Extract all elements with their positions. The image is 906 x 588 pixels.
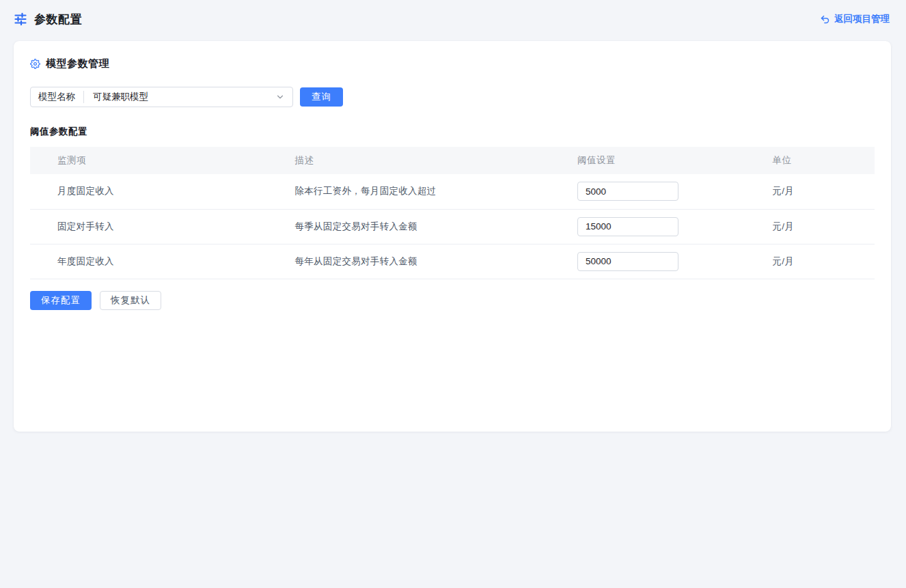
top-header-bar: 参数配置 返回项目管理 (0, 0, 906, 38)
column-header-unit: 单位 (766, 147, 875, 174)
table-row: 年度固定收入 每年从固定交易对手转入金额 元/月 (30, 244, 875, 279)
description-cell: 每年从固定交易对手转入金额 (289, 244, 571, 279)
threshold-cell (571, 244, 766, 279)
action-buttons-row: 保存配置 恢复默认 (30, 291, 875, 310)
description-cell: 除本行工资外，每月固定收入超过 (289, 174, 571, 209)
threshold-input[interactable] (577, 252, 678, 271)
description-cell: 每季从固定交易对手转入金额 (289, 209, 571, 244)
model-parameter-card: 模型参数管理 模型名称 可疑兼职模型 查询 阈值参数配置 监测项 描述 阈值设置… (14, 41, 891, 432)
monitor-item-cell: 固定对手转入 (30, 209, 289, 244)
unit-cell: 元/月 (766, 209, 875, 244)
column-header-threshold: 阈值设置 (571, 147, 766, 174)
chevron-down-icon (275, 92, 292, 102)
select-label: 模型名称 (31, 91, 83, 103)
query-button[interactable]: 查询 (300, 87, 343, 107)
sliders-icon (14, 12, 27, 26)
page-title-group: 参数配置 (14, 12, 82, 27)
save-config-button[interactable]: 保存配置 (30, 291, 92, 310)
column-header-item: 监测项 (30, 147, 289, 174)
table-row: 月度固定收入 除本行工资外，每月固定收入超过 元/月 (30, 174, 875, 209)
table-row: 固定对手转入 每季从固定交易对手转入金额 元/月 (30, 209, 875, 244)
threshold-input[interactable] (577, 217, 678, 236)
threshold-table: 监测项 描述 阈值设置 单位 月度固定收入 除本行工资外，每月固定收入超过 元/… (30, 147, 875, 279)
threshold-cell (571, 209, 766, 244)
monitor-item-cell: 月度固定收入 (30, 174, 289, 209)
threshold-section-title: 阈值参数配置 (30, 126, 875, 138)
threshold-input[interactable] (577, 182, 678, 201)
gear-icon (30, 59, 40, 69)
select-selected-value: 可疑兼职模型 (84, 91, 275, 103)
threshold-cell (571, 174, 766, 209)
back-to-project-link[interactable]: 返回项目管理 (820, 13, 890, 25)
query-row: 模型名称 可疑兼职模型 查询 (30, 87, 875, 107)
section-title: 模型参数管理 (46, 57, 109, 70)
column-header-desc: 描述 (289, 147, 571, 174)
unit-cell: 元/月 (766, 174, 875, 209)
table-header-row: 监测项 描述 阈值设置 单位 (30, 147, 875, 174)
model-name-select[interactable]: 模型名称 可疑兼职模型 (30, 87, 293, 107)
section-header: 模型参数管理 (30, 57, 875, 70)
return-arrow-icon (820, 14, 830, 25)
restore-default-button[interactable]: 恢复默认 (100, 291, 161, 310)
page-title: 参数配置 (34, 12, 82, 27)
back-link-label: 返回项目管理 (834, 13, 890, 25)
monitor-item-cell: 年度固定收入 (30, 244, 289, 279)
unit-cell: 元/月 (766, 244, 875, 279)
